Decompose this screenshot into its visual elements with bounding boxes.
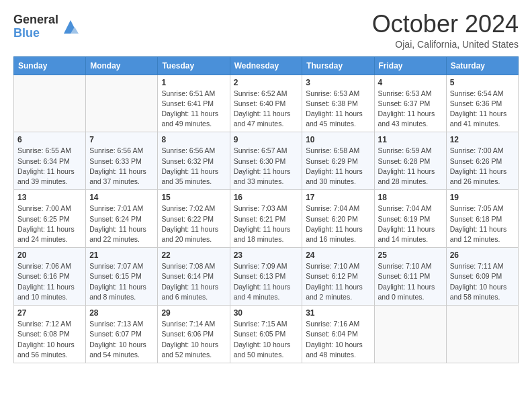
table-row: 22 Sunrise: 7:08 AM Sunset: 6:14 PM Dayl… <box>158 248 230 306</box>
calendar-week-row: 1 Sunrise: 6:51 AM Sunset: 6:41 PM Dayli… <box>14 75 519 132</box>
day-number: 18 <box>378 193 443 202</box>
day-daylight: Daylight: 11 hours and 49 minutes. <box>161 109 218 128</box>
day-number: 1 <box>161 78 226 87</box>
day-sunset: Sunset: 6:40 PM <box>234 99 286 107</box>
day-sunrise: Sunrise: 7:05 AM <box>450 204 504 212</box>
table-row: 29 Sunrise: 7:14 AM Sunset: 6:06 PM Dayl… <box>158 306 230 363</box>
day-number: 17 <box>306 193 370 202</box>
calendar-week-row: 13 Sunrise: 7:00 AM Sunset: 6:25 PM Dayl… <box>14 190 519 248</box>
day-daylight: Daylight: 11 hours and 20 minutes. <box>161 225 218 243</box>
day-daylight: Daylight: 11 hours and 26 minutes. <box>450 167 507 185</box>
day-number: 30 <box>234 308 299 318</box>
table-row: 19 Sunrise: 7:05 AM Sunset: 6:18 PM Dayl… <box>446 190 518 248</box>
table-row: 5 Sunrise: 6:54 AM Sunset: 6:36 PM Dayli… <box>446 75 518 132</box>
day-daylight: Daylight: 11 hours and 16 minutes. <box>306 225 363 243</box>
day-daylight: Daylight: 11 hours and 2 minutes. <box>306 283 363 301</box>
table-row: 1 Sunrise: 6:51 AM Sunset: 6:41 PM Dayli… <box>158 75 230 132</box>
day-daylight: Daylight: 11 hours and 43 minutes. <box>378 109 435 128</box>
day-number: 28 <box>89 308 154 318</box>
table-row: 24 Sunrise: 7:10 AM Sunset: 6:12 PM Dayl… <box>302 248 374 306</box>
day-sunset: Sunset: 6:18 PM <box>450 215 502 223</box>
logo-general: General <box>13 13 58 27</box>
logo-text: General Blue <box>13 13 58 40</box>
day-daylight: Daylight: 10 hours and 48 minutes. <box>306 340 363 359</box>
col-friday: Friday <box>374 56 446 75</box>
day-number: 25 <box>378 250 443 260</box>
logo: General Blue <box>13 13 80 40</box>
day-sunrise: Sunrise: 6:53 AM <box>378 89 432 97</box>
day-sunset: Sunset: 6:20 PM <box>306 215 358 223</box>
table-row: 16 Sunrise: 7:03 AM Sunset: 6:21 PM Dayl… <box>230 190 302 248</box>
day-sunrise: Sunrise: 7:07 AM <box>89 262 143 270</box>
day-daylight: Daylight: 11 hours and 47 minutes. <box>234 109 291 128</box>
day-sunrise: Sunrise: 7:06 AM <box>17 262 71 270</box>
day-number: 10 <box>306 135 370 144</box>
day-daylight: Daylight: 11 hours and 41 minutes. <box>450 109 507 128</box>
day-sunset: Sunset: 6:09 PM <box>450 272 502 280</box>
day-sunrise: Sunrise: 7:08 AM <box>161 262 215 270</box>
day-sunrise: Sunrise: 6:59 AM <box>378 146 432 154</box>
table-row: 18 Sunrise: 7:04 AM Sunset: 6:19 PM Dayl… <box>374 190 446 248</box>
table-row: 2 Sunrise: 6:52 AM Sunset: 6:40 PM Dayli… <box>230 75 302 132</box>
day-daylight: Daylight: 11 hours and 35 minutes. <box>161 167 218 185</box>
day-daylight: Daylight: 11 hours and 8 minutes. <box>89 283 146 301</box>
day-number: 5 <box>450 78 515 87</box>
day-daylight: Daylight: 10 hours and 50 minutes. <box>234 340 291 359</box>
table-row: 17 Sunrise: 7:04 AM Sunset: 6:20 PM Dayl… <box>302 190 374 248</box>
day-daylight: Daylight: 11 hours and 4 minutes. <box>234 283 291 301</box>
table-row: 15 Sunrise: 7:02 AM Sunset: 6:22 PM Dayl… <box>158 190 230 248</box>
day-daylight: Daylight: 11 hours and 12 minutes. <box>450 225 507 243</box>
day-sunset: Sunset: 6:29 PM <box>306 157 358 165</box>
day-number: 23 <box>234 250 299 260</box>
day-sunset: Sunset: 6:22 PM <box>161 215 214 223</box>
col-sunday: Sunday <box>14 56 86 75</box>
day-daylight: Daylight: 11 hours and 0 minutes. <box>378 283 435 301</box>
day-sunset: Sunset: 6:38 PM <box>306 99 358 107</box>
day-sunset: Sunset: 6:28 PM <box>378 157 431 165</box>
day-daylight: Daylight: 11 hours and 28 minutes. <box>378 167 435 185</box>
day-sunrise: Sunrise: 7:00 AM <box>450 146 504 154</box>
day-daylight: Daylight: 11 hours and 33 minutes. <box>234 167 291 185</box>
day-sunset: Sunset: 6:21 PM <box>234 215 286 223</box>
table-row: 25 Sunrise: 7:10 AM Sunset: 6:11 PM Dayl… <box>374 248 446 306</box>
day-number: 19 <box>450 193 515 202</box>
table-row: 23 Sunrise: 7:09 AM Sunset: 6:13 PM Dayl… <box>230 248 302 306</box>
table-row: 7 Sunrise: 6:56 AM Sunset: 6:33 PM Dayli… <box>86 132 158 190</box>
table-row: 4 Sunrise: 6:53 AM Sunset: 6:37 PM Dayli… <box>374 75 446 132</box>
day-sunset: Sunset: 6:32 PM <box>161 157 214 165</box>
day-number: 8 <box>161 135 226 144</box>
table-row <box>374 306 446 363</box>
day-sunset: Sunset: 6:34 PM <box>17 157 70 165</box>
table-row <box>446 306 518 363</box>
day-sunset: Sunset: 6:11 PM <box>378 272 431 280</box>
table-row: 9 Sunrise: 6:57 AM Sunset: 6:30 PM Dayli… <box>230 132 302 190</box>
day-sunrise: Sunrise: 7:11 AM <box>450 262 504 270</box>
day-sunset: Sunset: 6:08 PM <box>17 330 70 338</box>
table-row: 21 Sunrise: 7:07 AM Sunset: 6:15 PM Dayl… <box>86 248 158 306</box>
table-row <box>86 75 158 132</box>
day-sunset: Sunset: 6:12 PM <box>306 272 358 280</box>
location: Ojai, California, United States <box>372 39 519 50</box>
day-sunrise: Sunrise: 7:10 AM <box>306 262 359 270</box>
calendar-header-row: Sunday Monday Tuesday Wednesday Thursday… <box>14 56 519 75</box>
day-sunrise: Sunrise: 7:00 AM <box>17 204 71 212</box>
calendar-week-row: 6 Sunrise: 6:55 AM Sunset: 6:34 PM Dayli… <box>14 132 519 190</box>
calendar-week-row: 27 Sunrise: 7:12 AM Sunset: 6:08 PM Dayl… <box>14 306 519 363</box>
month-title: October 2024 <box>372 11 519 38</box>
day-sunrise: Sunrise: 7:13 AM <box>89 320 143 328</box>
table-row: 31 Sunrise: 7:16 AM Sunset: 6:04 PM Dayl… <box>302 306 374 363</box>
day-number: 13 <box>17 193 82 202</box>
day-daylight: Daylight: 11 hours and 45 minutes. <box>306 109 363 128</box>
day-daylight: Daylight: 10 hours and 54 minutes. <box>89 340 146 359</box>
col-tuesday: Tuesday <box>158 56 230 75</box>
day-sunrise: Sunrise: 7:16 AM <box>306 320 359 328</box>
day-sunrise: Sunrise: 7:15 AM <box>234 320 287 328</box>
day-sunrise: Sunrise: 6:56 AM <box>89 146 143 154</box>
col-monday: Monday <box>86 56 158 75</box>
table-row: 20 Sunrise: 7:06 AM Sunset: 6:16 PM Dayl… <box>14 248 86 306</box>
logo-icon <box>61 17 80 36</box>
day-sunrise: Sunrise: 7:01 AM <box>89 204 143 212</box>
col-thursday: Thursday <box>302 56 374 75</box>
day-daylight: Daylight: 11 hours and 6 minutes. <box>161 283 218 301</box>
day-daylight: Daylight: 11 hours and 22 minutes. <box>89 225 146 243</box>
